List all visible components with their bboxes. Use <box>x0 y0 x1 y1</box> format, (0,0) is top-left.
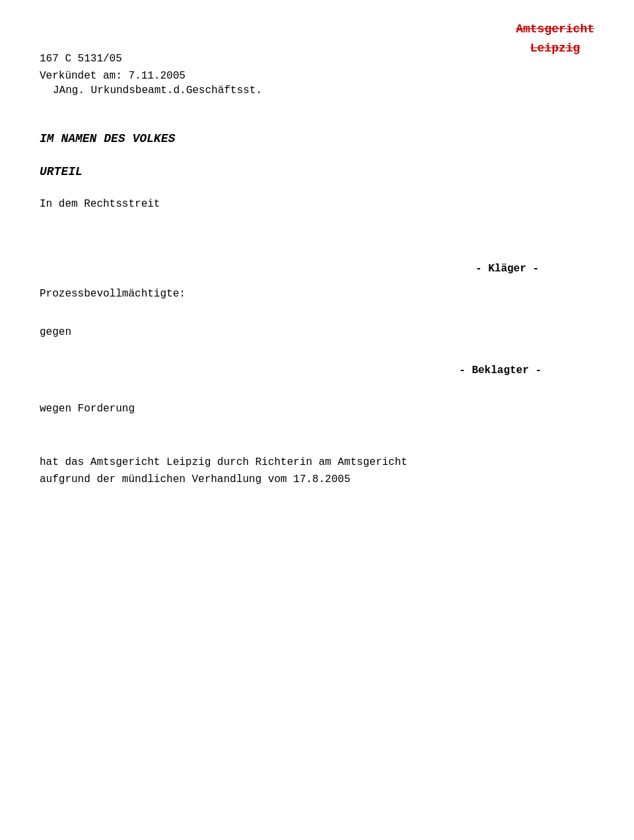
left-info-block: 167 C 5131/05 Verkündet am: 7.11.2005 JA… <box>40 53 262 96</box>
beklagter-section: - Beklagter - <box>40 365 594 376</box>
main-content: IM NAMEN DES VOLKES URTEIL In dem Rechts… <box>40 132 594 488</box>
klaeger-section: - Kläger - <box>40 263 594 275</box>
gegen-text: gegen <box>40 326 594 338</box>
court-title: Amtsgericht Leipzig <box>516 20 594 58</box>
page: Amtsgericht Leipzig 167 C 5131/05 Verkün… <box>0 0 634 840</box>
footer-section: hat das Amtsgericht Leipzig durch Richte… <box>40 454 594 488</box>
urteil-heading: URTEIL <box>40 165 594 178</box>
in-dem-rechtsstreit: In dem Rechtsstreit <box>40 198 594 210</box>
klaeger-role-label: - Kläger - <box>476 263 539 275</box>
urkundsbeamt-line: JAng. Urkundsbeamt.d.Geschäftsst. <box>53 85 262 96</box>
klaeger-label: - Kläger - <box>462 263 594 275</box>
prozessbevollmaechtigte-line: Prozessbevollmächtigte: <box>40 288 594 300</box>
verkuendet-date: Verkündet am: 7.11.2005 <box>40 70 262 82</box>
im-namen-des-volkes: IM NAMEN DES VOLKES <box>40 132 594 145</box>
footer-line2: aufgrund der mündlichen Verhandlung vom … <box>40 472 594 489</box>
footer-line1: hat das Amtsgericht Leipzig durch Richte… <box>40 454 594 472</box>
footer-text: hat das Amtsgericht Leipzig durch Richte… <box>40 454 594 488</box>
beklagter-label: - Beklagter - <box>459 365 594 376</box>
court-name-line2: Leipzig <box>530 42 581 55</box>
wegen-section: wegen Forderung <box>40 403 594 415</box>
case-number: 167 C 5131/05 <box>40 53 262 65</box>
court-name-line1: Amtsgericht <box>516 22 594 36</box>
wegen-text: wegen Forderung <box>40 403 594 415</box>
court-header: Amtsgericht Leipzig <box>516 20 594 58</box>
gegen-section: gegen <box>40 326 594 338</box>
